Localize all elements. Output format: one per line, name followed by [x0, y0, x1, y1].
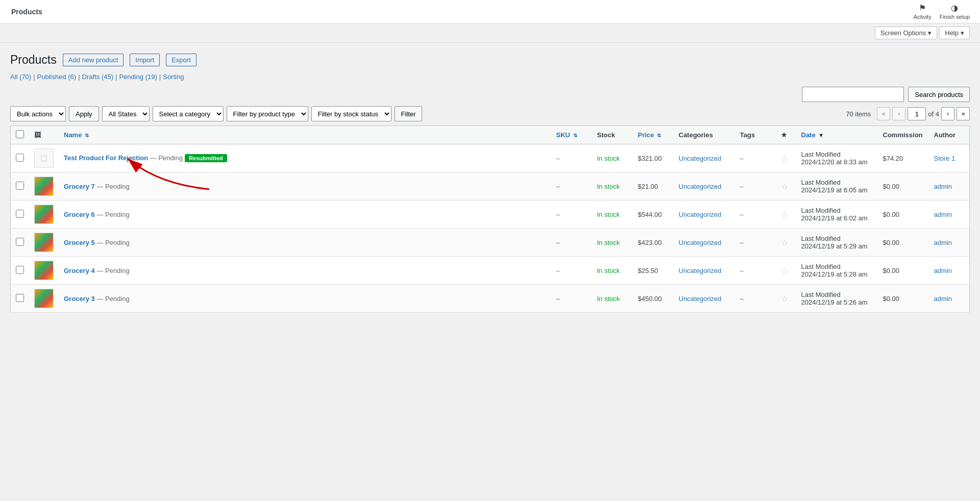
product-author[interactable]: admin [929, 285, 970, 313]
name-header[interactable]: Name ⇅ [59, 126, 551, 144]
screen-options-button[interactable]: Screen Options ▾ [875, 27, 938, 39]
product-sku: – [551, 172, 592, 201]
product-featured[interactable]: ☆ [776, 144, 796, 172]
product-category[interactable]: Uncategorized [674, 144, 735, 172]
price-sort-icon: ⇅ [657, 133, 661, 138]
finish-setup-button[interactable]: ◑ Finish setup [940, 3, 970, 20]
row-checkbox[interactable] [16, 266, 24, 274]
author-link[interactable]: Store 1 [934, 155, 955, 162]
product-category[interactable]: Uncategorized [674, 229, 735, 257]
search-input[interactable] [802, 87, 904, 102]
product-name-link[interactable]: Grocery 3 [64, 295, 95, 303]
date-header[interactable]: Date ▼ [796, 126, 878, 144]
category-link[interactable]: Uncategorized [679, 211, 722, 218]
bulk-actions-select[interactable]: Bulk actions [10, 106, 66, 121]
product-author[interactable]: Store 1 [929, 144, 970, 172]
select-all-checkbox[interactable] [16, 130, 24, 138]
product-sku: – [551, 201, 592, 229]
category-link[interactable]: Uncategorized [679, 267, 722, 274]
product-tags: – [735, 229, 776, 257]
category-link[interactable]: Uncategorized [679, 239, 722, 246]
filter-stock-status-select[interactable]: Filter by stock status [311, 106, 391, 121]
product-featured[interactable]: ☆ [776, 285, 796, 313]
product-author[interactable]: admin [929, 201, 970, 229]
product-author[interactable]: admin [929, 257, 970, 285]
product-name-link[interactable]: Grocery 6 [64, 211, 95, 218]
row-checkbox[interactable] [16, 182, 24, 190]
author-link[interactable]: admin [934, 183, 952, 190]
stock-header: Stock [592, 126, 633, 144]
product-author[interactable]: admin [929, 229, 970, 257]
last-page-button[interactable]: » [957, 107, 970, 120]
product-thumbnail [34, 233, 54, 252]
product-featured[interactable]: ☆ [776, 201, 796, 229]
status-link-sorting[interactable]: Sorting [163, 73, 184, 81]
product-name-link[interactable]: Test Product For Rejection [64, 154, 148, 162]
row-checkbox[interactable] [16, 210, 24, 218]
product-featured[interactable]: ☆ [776, 257, 796, 285]
product-commission: $0.00 [878, 257, 929, 285]
author-link[interactable]: admin [934, 295, 952, 303]
add-new-product-button[interactable]: Add new product [63, 54, 124, 66]
status-link-drafts[interactable]: Drafts (45) [82, 73, 113, 81]
product-price: $21.00 [633, 172, 674, 201]
first-page-button[interactable]: « [877, 107, 890, 120]
product-stock: In stock [592, 257, 633, 285]
table-row: Grocery 6 — Pending–In stock$544.00Uncat… [11, 201, 970, 229]
row-checkbox[interactable] [16, 294, 24, 302]
product-commission: $74.20 [878, 144, 929, 172]
finish-setup-icon: ◑ [951, 3, 958, 13]
featured-star-icon[interactable]: ☆ [781, 238, 788, 247]
filter-button[interactable]: Filter [395, 106, 423, 121]
table-row: Grocery 7 — Pending–In stock$21.00Uncate… [11, 172, 970, 201]
activity-button[interactable]: ⚑ Activity [914, 3, 932, 20]
featured-star-icon[interactable]: ☆ [781, 154, 788, 163]
product-author[interactable]: admin [929, 172, 970, 201]
export-button[interactable]: Export [166, 54, 197, 66]
product-category[interactable]: Uncategorized [674, 257, 735, 285]
product-category[interactable]: Uncategorized [674, 201, 735, 229]
product-featured[interactable]: ☆ [776, 229, 796, 257]
thumb-header: 🖼 [29, 126, 59, 144]
status-link-published[interactable]: Published (6) [37, 73, 77, 81]
next-page-button[interactable]: › [941, 107, 954, 120]
product-stock: In stock [592, 229, 633, 257]
author-link[interactable]: admin [934, 267, 952, 274]
search-row: Search products [10, 87, 970, 102]
sku-header[interactable]: SKU ⇅ [551, 126, 592, 144]
product-date: Last Modified2024/12/19 at 6:05 am [796, 172, 878, 201]
featured-star-icon[interactable]: ☆ [781, 294, 788, 303]
category-link[interactable]: Uncategorized [679, 183, 722, 190]
row-checkbox[interactable] [16, 154, 24, 162]
prev-page-button[interactable]: ‹ [892, 107, 905, 120]
categories-header: Categories [674, 126, 735, 144]
status-link-all[interactable]: All (70) [10, 73, 31, 81]
filter-product-type-select[interactable]: Filter by product type [227, 106, 308, 121]
featured-star-icon[interactable]: ☆ [781, 182, 788, 191]
import-button[interactable]: Import [130, 54, 160, 66]
product-name-link[interactable]: Grocery 4 [64, 267, 95, 274]
product-category[interactable]: Uncategorized [674, 285, 735, 313]
page-number-input[interactable] [908, 107, 926, 120]
apply-button[interactable]: Apply [69, 106, 99, 121]
price-header[interactable]: Price ⇅ [633, 126, 674, 144]
category-link[interactable]: Uncategorized [679, 155, 722, 162]
search-products-button[interactable]: Search products [908, 87, 970, 102]
status-link-pending[interactable]: Pending (19) [119, 73, 157, 81]
row-checkbox[interactable] [16, 238, 24, 246]
product-featured[interactable]: ☆ [776, 172, 796, 201]
product-name-link[interactable]: Grocery 7 [64, 183, 95, 190]
select-category-select[interactable]: Select a category [153, 106, 224, 121]
featured-star-icon[interactable]: ☆ [781, 266, 788, 275]
page-count: 70 items [846, 110, 871, 118]
featured-star-icon[interactable]: ☆ [781, 210, 788, 219]
table-row: Grocery 3 — Pending–In stock$450.00Uncat… [11, 285, 970, 313]
product-name-link[interactable]: Grocery 5 [64, 239, 95, 246]
author-link[interactable]: admin [934, 239, 952, 246]
product-category[interactable]: Uncategorized [674, 172, 735, 201]
all-states-select[interactable]: All States [102, 106, 150, 121]
products-table: 🖼 Name ⇅ SKU ⇅ Stock Price ⇅ C [10, 126, 970, 313]
help-button[interactable]: Help ▾ [939, 27, 970, 39]
author-link[interactable]: admin [934, 211, 952, 218]
category-link[interactable]: Uncategorized [679, 295, 722, 303]
